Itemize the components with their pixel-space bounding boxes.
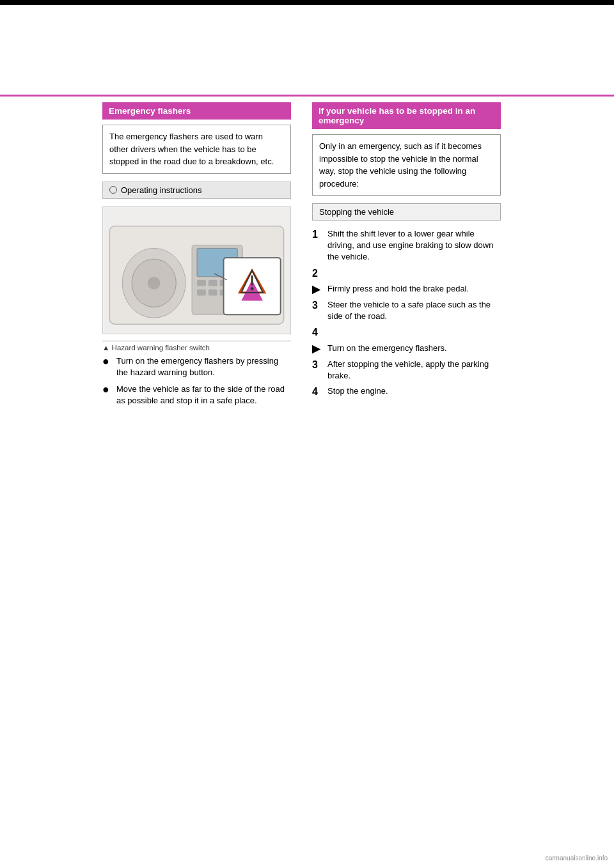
circle-icon xyxy=(109,186,117,194)
left-column: Emergency flashers The emergency flasher… xyxy=(102,102,291,412)
stopping-vehicle-box: Stopping the vehicle xyxy=(312,203,501,221)
operating-instructions-box: Operating instructions xyxy=(102,182,291,199)
image-caption: ▲ Hazard warning flasher switch xyxy=(102,341,291,352)
emergency-flashers-description: The emergency flashers are used to warn … xyxy=(102,125,291,174)
step-3b: 3 After stopping the vehicle, apply the … xyxy=(312,359,501,382)
svg-point-21 xyxy=(251,287,254,290)
svg-rect-8 xyxy=(209,279,217,286)
step-4b: 4 Stop the engine. xyxy=(312,385,501,398)
step-3: 3 Steer the vehicle to a safe place such… xyxy=(312,299,501,322)
step-2-arrow: ▶ Firmly press and hold the brake pedal. xyxy=(312,283,501,295)
dashboard-image xyxy=(102,206,291,334)
bullet-item-1: ● Turn on the emergency flashers by pres… xyxy=(102,355,291,378)
svg-rect-11 xyxy=(209,289,217,295)
watermark: carmanualsonline.info xyxy=(546,855,608,862)
svg-point-4 xyxy=(148,276,161,289)
top-bar xyxy=(0,0,614,5)
divider-line xyxy=(0,95,614,97)
bullet-dot-1: ● xyxy=(102,355,114,378)
emergency-stop-title: If your vehicle has to be stopped in an … xyxy=(312,102,501,129)
emergency-flashers-title: Emergency flashers xyxy=(102,102,291,120)
step-4-arrow: ▶ Turn on the emergency flashers. xyxy=(312,343,501,355)
step-4: 4 xyxy=(312,326,501,338)
bullet-item-2: ● Move the vehicle as far to the side of… xyxy=(102,384,291,407)
bullet-dot-2: ● xyxy=(102,384,114,407)
step-2: 2 xyxy=(312,267,501,279)
emergency-stop-description: Only in an emergency, such as if it beco… xyxy=(312,134,501,196)
page-container: Emergency flashers The emergency flasher… xyxy=(0,0,614,868)
step-1: 1 Shift the shift lever to a lower gear … xyxy=(312,228,501,263)
right-column: If your vehicle has to be stopped in an … xyxy=(312,102,501,401)
svg-rect-10 xyxy=(197,289,206,295)
svg-rect-7 xyxy=(197,279,206,286)
